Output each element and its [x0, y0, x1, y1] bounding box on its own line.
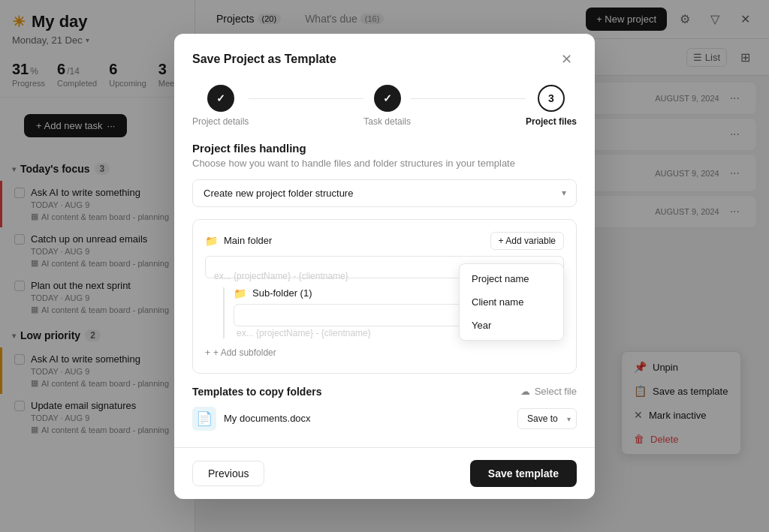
step-line-2 [411, 98, 526, 99]
modal-header: Save Project as Template ✕ [174, 34, 595, 79]
section-desc: Choose how you want to handle files and … [192, 158, 577, 169]
save-to-select[interactable]: Save to [517, 408, 577, 429]
doc-icon: 📄 [192, 407, 216, 431]
folder-structure-select[interactable]: Create new project folder structure [192, 179, 577, 207]
modal-footer: Previous Save template [174, 447, 595, 499]
step-circle-2: ✓ [374, 85, 401, 112]
var-year[interactable]: Year [463, 314, 560, 337]
subfolder-icon: 📁 [234, 287, 246, 299]
stepper: ✓ Project details ✓ Task details 3 Proje… [174, 79, 595, 142]
folder-icon: 📁 [205, 235, 218, 247]
modal-overlay: Save Project as Template ✕ ✓ Project det… [0, 0, 769, 532]
folder-container: 📁 Main folder + Add variable ex... {proj… [192, 219, 577, 374]
step-1: ✓ Project details [192, 85, 249, 127]
add-variable-button[interactable]: + Add variable [490, 232, 564, 250]
variable-dropdown: Project name Client name Year [459, 263, 564, 341]
step-circle-1: ✓ [207, 85, 234, 112]
modal: Save Project as Template ✕ ✓ Project det… [174, 34, 595, 499]
folder-structure-dropdown-wrapper: Create new project folder structure [192, 179, 577, 207]
step-2: ✓ Task details [363, 85, 411, 127]
save-template-button[interactable]: Save template [470, 460, 577, 487]
doc-row: 📄 My documents.docx Save to [192, 407, 577, 431]
add-subfolder-button[interactable]: + + Add subfolder [205, 344, 276, 361]
previous-button[interactable]: Previous [192, 461, 264, 486]
plus-icon: + [205, 347, 210, 358]
step-3: 3 Project files [526, 85, 577, 127]
cloud-icon: ☁ [520, 386, 530, 397]
modal-title: Save Project as Template [192, 53, 336, 66]
modal-body: Project files handling Choose how you wa… [174, 142, 595, 447]
save-to-wrapper: Save to [517, 408, 577, 429]
templates-header: Templates to copy folders ☁ Select file [192, 386, 577, 398]
modal-close-button[interactable]: ✕ [556, 49, 577, 70]
section-heading: Project files handling [192, 142, 577, 155]
step-circle-3: 3 [538, 85, 565, 112]
templates-title: Templates to copy folders [192, 386, 321, 398]
doc-name: My documents.docx [224, 413, 510, 424]
var-project-name[interactable]: Project name [463, 267, 560, 290]
var-client-name[interactable]: Client name [463, 290, 560, 314]
main-folder-row: 📁 Main folder + Add variable [205, 232, 564, 250]
step-line-1 [249, 98, 363, 99]
select-file-button[interactable]: ☁ Select file [520, 386, 577, 397]
templates-section: Templates to copy folders ☁ Select file … [192, 386, 577, 431]
